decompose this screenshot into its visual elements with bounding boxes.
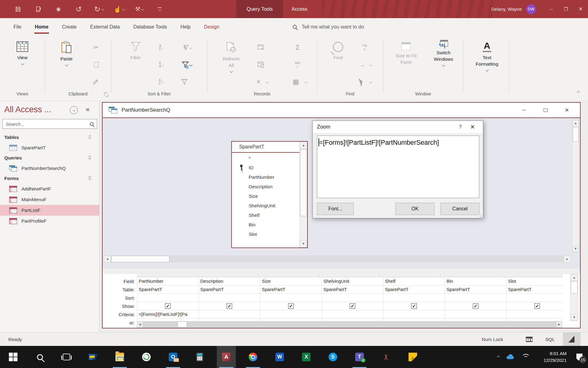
- field-list-scrollbar[interactable]: [300, 142, 307, 247]
- grid-sort-cell[interactable]: [445, 294, 506, 302]
- replace-icon[interactable]: ↷bc: [358, 40, 371, 55]
- grid-show-cell[interactable]: [507, 302, 562, 310]
- taskbar-clock[interactable]: 8:01 AM 12/29/2021: [532, 350, 567, 364]
- view-button[interactable]: View: [7, 38, 37, 89]
- grid-field-cell[interactable]: Shelf: [383, 277, 445, 286]
- nav-item-PartListF[interactable]: PartListF: [0, 205, 99, 216]
- field-list-item-Shelf[interactable]: Shelf: [232, 210, 307, 220]
- switch-windows-button[interactable]: Switch Windows: [426, 38, 461, 89]
- field-list-item-Bin[interactable]: Bin: [232, 220, 307, 229]
- outlook-icon[interactable]: [164, 346, 183, 368]
- customize-qat-icon[interactable]: [149, 0, 170, 18]
- nav-section-header[interactable]: Tables: [0, 132, 99, 142]
- scroll-right-icon[interactable]: [556, 321, 562, 328]
- nav-item-PartProfileF[interactable]: PartProfileF: [0, 216, 99, 226]
- grid-sort-cell[interactable]: [383, 294, 445, 302]
- tray-overflow-icon[interactable]: [494, 356, 503, 358]
- show-checkbox-checked[interactable]: [534, 303, 540, 309]
- task-view-icon[interactable]: [57, 346, 76, 368]
- teams-icon[interactable]: [350, 346, 369, 368]
- field-list-item-Slot[interactable]: Slot: [232, 229, 307, 239]
- scroll-left-icon[interactable]: [137, 321, 143, 328]
- grid-table-cell[interactable]: SparePartT: [383, 286, 445, 294]
- tab-external-data[interactable]: External Data: [83, 18, 126, 36]
- format-painter-icon[interactable]: [89, 74, 103, 90]
- cancel-button[interactable]: Cancel: [440, 203, 480, 215]
- zoom-expression-textarea[interactable]: =[Forms]![PartListF]![PartNumberSearch]: [317, 136, 479, 198]
- grid-table-cell[interactable]: SparePartT: [507, 286, 562, 294]
- field-list-item-star[interactable]: *: [232, 153, 307, 163]
- tab-home[interactable]: Home: [28, 18, 55, 36]
- show-checkbox-checked[interactable]: [411, 303, 417, 309]
- save-icon[interactable]: [8, 0, 28, 18]
- chrome-icon[interactable]: [243, 346, 262, 368]
- font-button[interactable]: Font...: [317, 203, 354, 215]
- chevron-down-icon[interactable]: [368, 74, 374, 90]
- touch-mode-icon[interactable]: [109, 0, 129, 18]
- signed-in-user[interactable]: Delany, Wayne: [491, 6, 522, 12]
- grid-criteria-cell[interactable]: [445, 310, 506, 319]
- grid-field-cell[interactable]: PartNumber: [137, 277, 198, 286]
- grid-table-cell[interactable]: SparePartT: [260, 286, 322, 294]
- action-center-icon[interactable]: 15: [571, 346, 588, 368]
- calculator-icon[interactable]: [190, 346, 209, 368]
- design-view-button[interactable]: [563, 332, 581, 346]
- nav-section-header[interactable]: Queries: [0, 153, 99, 163]
- collapse-ribbon-icon[interactable]: [577, 91, 580, 94]
- show-checkbox-checked[interactable]: [288, 303, 294, 309]
- file-explorer-icon[interactable]: [110, 346, 129, 368]
- chevron-down-icon[interactable]: [264, 74, 270, 90]
- anyconnect-icon[interactable]: [137, 346, 156, 368]
- nav-pane-menu-icon[interactable]: [70, 106, 78, 114]
- grid-field-cell[interactable]: ShelvingUnit: [322, 277, 383, 286]
- access-icon[interactable]: [217, 346, 236, 368]
- field-list-item-ShelvingUnit[interactable]: ShelvingUnit: [232, 201, 307, 210]
- chevron-down-icon[interactable]: [303, 74, 309, 90]
- grid-field-cell[interactable]: Description: [199, 277, 260, 286]
- sticky-notes-icon[interactable]: [403, 346, 422, 368]
- minimize-button[interactable]: [544, 0, 559, 18]
- collapse-section-icon[interactable]: [89, 136, 91, 140]
- paste-button[interactable]: Paste: [51, 38, 81, 89]
- scroll-left-icon[interactable]: [104, 255, 111, 263]
- excel-icon[interactable]: [297, 346, 316, 368]
- grid-criteria-cell[interactable]: =[Forms]![PartListF]![Pa: [137, 310, 198, 319]
- close-button[interactable]: [573, 0, 588, 18]
- onedrive-icon[interactable]: [506, 354, 515, 360]
- search-icon[interactable]: [30, 346, 49, 368]
- tools-icon[interactable]: [129, 0, 149, 18]
- tab-database-tools[interactable]: Database Tools: [126, 18, 174, 36]
- scroll-down-icon[interactable]: [571, 314, 578, 321]
- collapse-nav-pane-icon[interactable]: [86, 105, 89, 113]
- field-list-title[interactable]: SparePartT: [232, 142, 307, 153]
- nav-pane-title[interactable]: All Access ...: [4, 105, 51, 114]
- remove-sort-icon[interactable]: AZ◇: [155, 74, 168, 90]
- filter-options-icon[interactable]: ⚙: [178, 57, 196, 72]
- grid-table-cell[interactable]: SparePartT: [199, 286, 260, 294]
- collapse-section-icon[interactable]: [89, 156, 91, 160]
- grid-show-cell[interactable]: [383, 302, 445, 310]
- grid-criteria-cell[interactable]: [322, 310, 383, 319]
- grid-table-cell[interactable]: SparePartT: [137, 286, 198, 294]
- query-close-button[interactable]: [556, 103, 578, 117]
- datasheet-view-button[interactable]: [521, 332, 538, 346]
- grid-field-cell[interactable]: Size: [260, 277, 322, 286]
- tab-help[interactable]: Help: [174, 18, 197, 36]
- grid-sort-cell[interactable]: [137, 294, 198, 302]
- close-icon[interactable]: [466, 124, 479, 130]
- find-button[interactable]: Find: [324, 38, 352, 89]
- size-to-fit-form-button[interactable]: Size to Fit Form: [388, 38, 424, 89]
- grid-show-cell[interactable]: [322, 302, 383, 310]
- contextual-tab-group-query-tools[interactable]: Query Tools: [236, 0, 283, 18]
- surface-vertical-scrollbar[interactable]: [572, 120, 579, 252]
- spelling-icon[interactable]: abc: [291, 57, 304, 72]
- scroll-down-icon[interactable]: [572, 245, 579, 252]
- scrollbar-thumb[interactable]: [573, 127, 579, 142]
- scrollbar-thumb[interactable]: [111, 256, 169, 262]
- new-record-icon[interactable]: [254, 40, 268, 55]
- cut-icon[interactable]: [89, 40, 103, 55]
- nav-item-PartNumberSearchQ[interactable]: PartNumberSearchQ: [0, 163, 99, 174]
- totals-icon[interactable]: [291, 40, 304, 55]
- word-icon[interactable]: [270, 346, 289, 368]
- tab-file[interactable]: File: [7, 18, 28, 36]
